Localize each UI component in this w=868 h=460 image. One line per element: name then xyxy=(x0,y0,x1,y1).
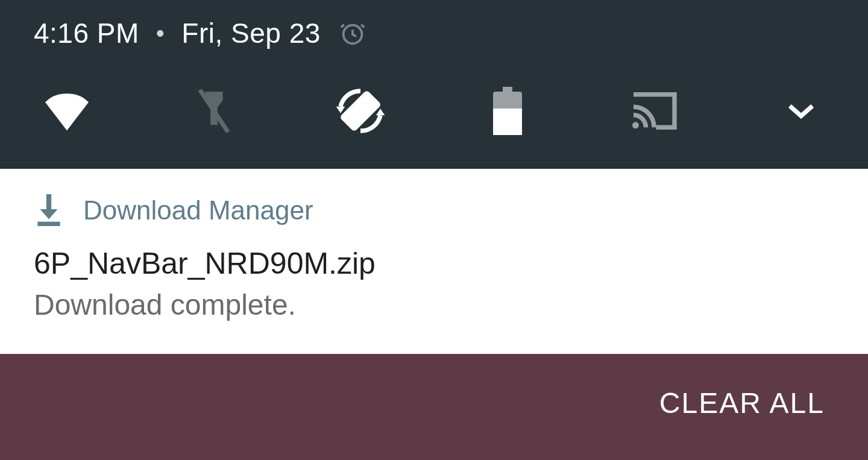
download-icon xyxy=(34,192,64,229)
svg-rect-5 xyxy=(503,87,512,92)
cast-toggle[interactable] xyxy=(627,90,681,131)
battery-icon xyxy=(491,87,524,135)
wifi-toggle[interactable] xyxy=(40,89,94,133)
quick-toggles-row xyxy=(34,84,834,137)
status-separator: • xyxy=(154,21,168,45)
svg-point-8 xyxy=(632,122,639,128)
battery-toggle[interactable] xyxy=(480,87,535,135)
wifi-icon xyxy=(39,89,95,133)
status-date: Fri, Sep 23 xyxy=(181,17,321,49)
autorotate-toggle[interactable] xyxy=(333,84,388,137)
flashlight-off-icon xyxy=(193,86,235,136)
chevron-down-icon xyxy=(786,101,816,121)
flashlight-toggle[interactable] xyxy=(187,86,241,136)
notification-card[interactable]: Download Manager 6P_NavBar_NRD90M.zip Do… xyxy=(0,169,868,354)
svg-rect-11 xyxy=(37,222,60,226)
expand-toggle[interactable] xyxy=(774,101,828,121)
svg-marker-3 xyxy=(336,107,345,113)
svg-marker-10 xyxy=(40,209,58,219)
svg-rect-7 xyxy=(493,109,522,135)
alarm-icon xyxy=(339,19,366,47)
notification-footer: CLEAR ALL xyxy=(0,354,868,452)
clear-all-button[interactable]: CLEAR ALL xyxy=(659,386,825,420)
notification-app-name: Download Manager xyxy=(83,195,313,225)
notification-header: Download Manager xyxy=(34,192,834,229)
status-header: 4:16 PM • Fri, Sep 23 xyxy=(34,17,834,49)
status-time: 4:16 PM xyxy=(34,17,139,49)
notification-title: 6P_NavBar_NRD90M.zip xyxy=(34,246,834,281)
auto-rotate-icon xyxy=(334,84,387,137)
notification-subtitle: Download complete. xyxy=(34,288,834,321)
cast-icon xyxy=(629,90,679,131)
svg-marker-4 xyxy=(376,109,385,115)
status-bar: 4:16 PM • Fri, Sep 23 xyxy=(0,0,868,169)
